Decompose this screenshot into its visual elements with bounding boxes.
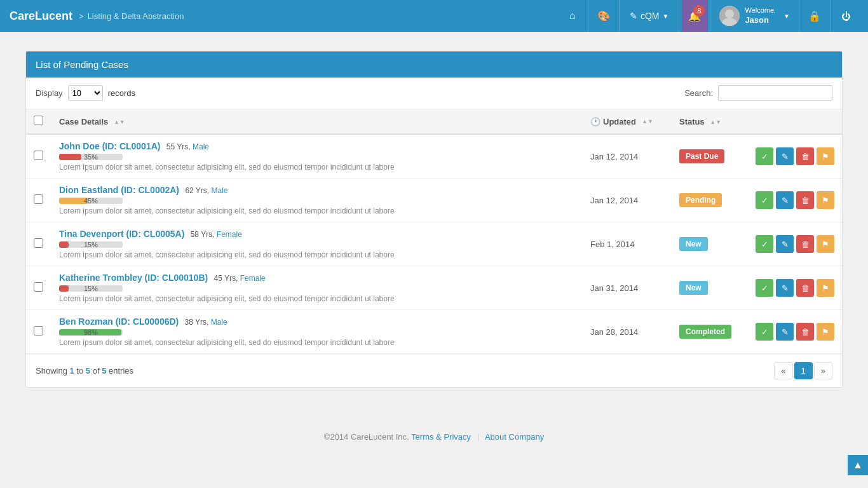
case-name-link[interactable]: Tina Devenport (ID: CL0005A) xyxy=(59,229,184,239)
notification-button[interactable]: 🔔 8 xyxy=(682,0,707,32)
delete-button[interactable]: 🗑 xyxy=(796,191,814,209)
site-footer: ©2014 CareLucent Inc. Terms & Privacy | … xyxy=(0,419,868,454)
cqm-button[interactable]: ✎ cQM ▼ xyxy=(622,0,676,32)
flag-button[interactable]: ⚑ xyxy=(817,235,834,253)
delete-button[interactable]: 🗑 xyxy=(796,279,814,297)
approve-button[interactable]: ✓ xyxy=(756,147,773,165)
page-1-button[interactable]: 1 xyxy=(794,362,813,379)
terms-link[interactable]: Terms & Privacy xyxy=(411,432,473,442)
case-details-cell: Dion Eastland (ID: CL0002A) 62 Yrs, Male… xyxy=(51,179,583,222)
brand-name: CareLucent xyxy=(10,10,72,23)
progress-bar-fill xyxy=(59,241,69,248)
row-checkbox[interactable] xyxy=(34,151,43,160)
progress-bar-bg: 15% xyxy=(59,241,123,248)
updated-cell: Jan 12, 2014 xyxy=(583,179,672,222)
case-details-cell: Ben Rozman (ID: CL00006D) 38 Yrs, Male98… xyxy=(51,310,583,354)
approve-button[interactable]: ✓ xyxy=(756,323,773,341)
action-buttons: ✓✎🗑⚑ xyxy=(756,191,834,209)
flag-icon: ⚑ xyxy=(822,152,829,161)
col-header-check xyxy=(26,109,51,134)
progress-pct: 15% xyxy=(84,285,98,292)
case-description: Lorem ipsum dolor sit amet, consectetur … xyxy=(59,163,575,172)
palette-button[interactable]: 🎨 xyxy=(591,0,616,32)
edit-icon: ✎ xyxy=(782,152,789,161)
cqm-chevron-icon: ▼ xyxy=(662,13,668,20)
showing-total: 5 xyxy=(102,366,106,376)
case-name-link[interactable]: Katherine Trombley (ID: CL00010B) xyxy=(59,273,208,283)
notification-badge: 8 xyxy=(693,5,705,17)
display-controls: Display 10 25 50 100 records xyxy=(36,85,135,101)
power-button[interactable]: ⏻ xyxy=(833,0,858,32)
lock-button[interactable]: 🔒 xyxy=(802,0,827,32)
display-select[interactable]: 10 25 50 100 xyxy=(68,85,103,101)
showing-to: 5 xyxy=(86,366,90,376)
case-name-link[interactable]: Ben Rozman (ID: CL00006D) xyxy=(59,316,179,327)
nav-divider-3 xyxy=(679,0,679,32)
home-button[interactable]: ⌂ xyxy=(560,0,585,32)
approve-button[interactable]: ✓ xyxy=(756,191,773,209)
svg-point-1 xyxy=(725,10,734,18)
edit-button[interactable]: ✎ xyxy=(776,147,794,165)
flag-icon: ⚑ xyxy=(822,240,829,249)
cases-table: Case Details ▲▼ 🕐 Updated ▲▼ Status ▲▼ xyxy=(26,109,842,354)
actions-cell: ✓✎🗑⚑ xyxy=(748,310,842,354)
check-icon: ✓ xyxy=(761,196,768,205)
nav-divider-2 xyxy=(619,0,620,32)
delete-button[interactable]: 🗑 xyxy=(796,323,814,341)
case-details-cell: Tina Devenport (ID: CL0005A) 58 Yrs, Fem… xyxy=(51,222,583,266)
approve-button[interactable]: ✓ xyxy=(756,279,773,297)
progress-wrap: 35% xyxy=(59,154,575,160)
row-checkbox[interactable] xyxy=(34,194,43,204)
search-group: Search: xyxy=(684,85,832,101)
user-menu-button[interactable]: Welcome, Jason ▼ xyxy=(713,0,796,32)
delete-button[interactable]: 🗑 xyxy=(796,147,814,165)
action-buttons: ✓✎🗑⚑ xyxy=(756,147,834,165)
nav-divider-6 xyxy=(830,0,831,32)
power-icon: ⏻ xyxy=(841,11,851,22)
trash-icon: 🗑 xyxy=(801,196,810,205)
flag-button[interactable]: ⚑ xyxy=(817,147,834,165)
edit-icon: ✎ xyxy=(782,240,789,249)
table-row: Katherine Trombley (ID: CL00010B) 45 Yrs… xyxy=(26,266,842,310)
home-icon: ⌂ xyxy=(569,10,576,22)
updated-sort-icon[interactable]: ▲▼ xyxy=(642,118,653,125)
updated-cell: Jan 28, 2014 xyxy=(583,310,672,354)
case-name-link[interactable]: John Doe (ID: CL0001A) xyxy=(59,141,160,151)
flag-button[interactable]: ⚑ xyxy=(817,323,834,341)
case-name-link[interactable]: Dion Eastland (ID: CL0002A) xyxy=(59,185,179,195)
next-page-button[interactable]: » xyxy=(814,362,832,379)
edit-button[interactable]: ✎ xyxy=(776,191,794,209)
display-label: Display xyxy=(36,88,63,98)
search-input[interactable] xyxy=(718,85,832,101)
table-controls: Display 10 25 50 100 records Search: xyxy=(26,78,842,109)
edit-button[interactable]: ✎ xyxy=(776,279,794,297)
nav-divider-1 xyxy=(588,0,588,32)
row-checkbox[interactable] xyxy=(34,326,43,336)
edit-icon: ✎ xyxy=(782,283,789,293)
table-card: List of Pending Cases Display 10 25 50 1… xyxy=(25,51,843,388)
select-all-checkbox[interactable] xyxy=(34,116,43,125)
edit-button[interactable]: ✎ xyxy=(776,235,794,253)
case-description: Lorem ipsum dolor sit amet, consectetur … xyxy=(59,207,575,215)
case-description: Lorem ipsum dolor sit amet, consectetur … xyxy=(59,294,575,303)
action-buttons: ✓✎🗑⚑ xyxy=(756,279,834,297)
status-sort-icon[interactable]: ▲▼ xyxy=(710,119,721,125)
edit-button[interactable]: ✎ xyxy=(776,323,794,341)
table-footer: Showing 1 to 5 of 5 entries « 1 » xyxy=(26,354,842,387)
check-icon: ✓ xyxy=(761,283,768,293)
prev-page-button[interactable]: « xyxy=(774,362,792,379)
flag-button[interactable]: ⚑ xyxy=(817,191,834,209)
approve-button[interactable]: ✓ xyxy=(756,235,773,253)
flag-button[interactable]: ⚑ xyxy=(817,279,834,297)
row-checkbox[interactable] xyxy=(34,282,43,292)
status-badge: New xyxy=(679,237,708,251)
status-cell: New xyxy=(672,222,748,266)
case-sort-icon[interactable]: ▲▼ xyxy=(114,119,125,125)
updated-cell: Jan 12, 2014 xyxy=(583,134,672,179)
about-link[interactable]: About Company xyxy=(485,432,544,442)
edit-icon: ✎ xyxy=(782,196,789,205)
trash-icon: 🗑 xyxy=(801,240,810,249)
delete-button[interactable]: 🗑 xyxy=(796,235,814,253)
case-description: Lorem ipsum dolor sit amet, consectetur … xyxy=(59,250,575,259)
row-checkbox[interactable] xyxy=(34,238,43,248)
